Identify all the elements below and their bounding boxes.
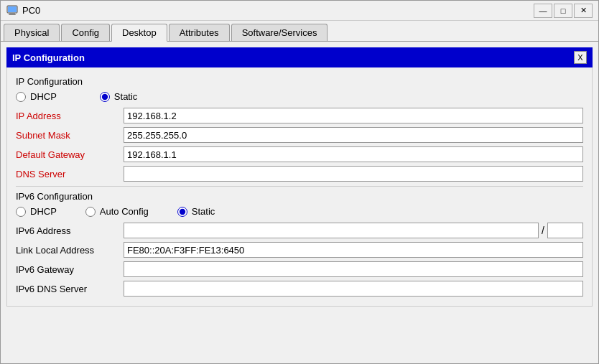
ipv4-static-option[interactable]: Static — [100, 91, 138, 102]
default-gateway-row: Default Gateway — [16, 146, 583, 162]
ipv6-address-label: IPv6 Address — [16, 225, 124, 236]
window-title: PC0 — [22, 5, 40, 16]
panel-title: IP Configuration — [12, 52, 85, 63]
ipv6-address-prefix-input[interactable] — [547, 223, 583, 238]
tabs-bar: Physical Config Desktop Attributes Softw… — [1, 21, 598, 42]
link-local-address-row: Link Local Address — [16, 242, 583, 258]
ipv6-slash: / — [542, 225, 544, 236]
panel-close-button[interactable]: X — [574, 51, 587, 64]
subnet-mask-row: Subnet Mask — [16, 127, 583, 143]
ipv6-dns-server-label: IPv6 DNS Server — [16, 284, 124, 294]
ipv4-dhcp-option[interactable]: DHCP — [16, 91, 57, 102]
maximize-button[interactable]: □ — [554, 4, 572, 18]
title-bar-left: PC0 — [6, 5, 40, 17]
subnet-mask-label: Subnet Mask — [16, 130, 124, 141]
ipv4-dhcp-radio[interactable] — [16, 92, 26, 102]
ip-address-input[interactable] — [124, 108, 583, 123]
link-local-address-label: Link Local Address — [16, 245, 124, 256]
ipv6-dns-server-row: IPv6 DNS Server — [16, 281, 583, 297]
default-gateway-input[interactable] — [124, 146, 583, 162]
content-area: IP Configuration X IP Configuration DHCP… — [1, 42, 598, 363]
ipv6-section-label: IPv6 Configuration — [16, 191, 583, 202]
tab-desktop[interactable]: Desktop — [111, 24, 167, 42]
dns-server-input[interactable] — [124, 166, 583, 182]
ipv6-address-main-input[interactable] — [124, 223, 539, 238]
subnet-mask-input[interactable] — [124, 127, 583, 143]
ipv6-dhcp-label: DHCP — [30, 206, 57, 217]
ipv4-radio-row: DHCP Static — [16, 91, 583, 102]
ip-address-row: IP Address — [16, 108, 583, 123]
main-window: PC0 — □ ✕ Physical Config Desktop Attrib… — [0, 0, 599, 364]
title-bar: PC0 — □ ✕ — [1, 1, 598, 21]
minimize-button[interactable]: — — [534, 4, 552, 18]
ipv6-radio-row: DHCP Auto Config Static — [16, 206, 583, 217]
default-gateway-label: Default Gateway — [16, 149, 124, 160]
ipv6-static-label: Static — [192, 206, 215, 217]
dns-server-row: DNS Server — [16, 166, 583, 182]
ipv6-static-option[interactable]: Static — [177, 206, 215, 217]
computer-icon — [6, 5, 18, 17]
ipv4-static-label: Static — [114, 91, 138, 102]
tab-attributes[interactable]: Attributes — [169, 24, 230, 41]
title-controls: — □ ✕ — [534, 4, 593, 18]
window-close-button[interactable]: ✕ — [574, 4, 593, 18]
ipv4-section-label: IP Configuration — [16, 76, 583, 87]
tab-software-services[interactable]: Software/Services — [231, 24, 328, 41]
ipv6-gateway-label: IPv6 Gateway — [16, 264, 124, 275]
panel-header: IP Configuration X — [6, 47, 593, 67]
panel-body: IP Configuration DHCP Static IP Address … — [6, 67, 593, 307]
svg-rect-2 — [9, 14, 16, 15]
ipv6-auto-radio[interactable] — [85, 207, 96, 217]
dns-server-label: DNS Server — [16, 169, 124, 179]
ipv6-auto-option[interactable]: Auto Config — [85, 206, 149, 217]
tab-config[interactable]: Config — [61, 24, 110, 41]
svg-rect-1 — [9, 13, 15, 14]
ipv6-gateway-input[interactable] — [124, 261, 583, 277]
section-divider — [16, 186, 583, 187]
ipv6-static-radio[interactable] — [177, 207, 187, 217]
ipv4-static-radio[interactable] — [100, 92, 110, 102]
ip-address-label: IP Address — [16, 111, 124, 121]
tab-physical[interactable]: Physical — [4, 24, 60, 41]
ipv4-dhcp-label: DHCP — [30, 91, 57, 102]
ipv6-gateway-row: IPv6 Gateway — [16, 261, 583, 277]
ipv6-dns-server-input[interactable] — [124, 281, 583, 297]
ipv6-address-row: IPv6 Address / — [16, 223, 583, 238]
ipv6-dhcp-option[interactable]: DHCP — [16, 206, 57, 217]
ipv6-address-inputs: / — [124, 223, 583, 238]
link-local-address-input[interactable] — [124, 242, 583, 258]
svg-rect-3 — [8, 6, 17, 12]
ipv6-auto-label: Auto Config — [100, 206, 149, 217]
ipv6-dhcp-radio[interactable] — [16, 207, 26, 217]
